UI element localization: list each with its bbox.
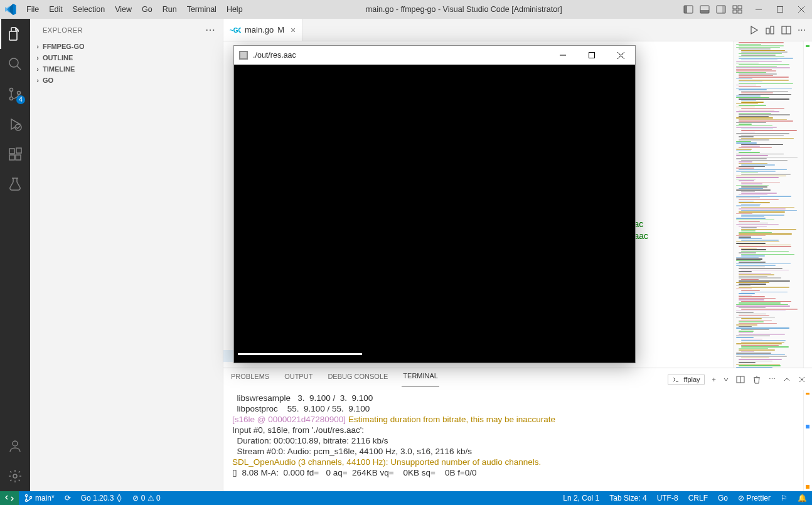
status-encoding[interactable]: UTF-8 (652, 491, 683, 505)
minimap-line (739, 221, 760, 222)
status-branch[interactable]: main* (19, 491, 60, 505)
svg-rect-8 (733, 10, 737, 13)
menu-file[interactable]: File (21, 0, 44, 19)
sidebar-section-go[interactable]: ›GO (30, 75, 223, 86)
minimap-line (739, 359, 782, 360)
panel-tab-output[interactable]: OUTPUT (283, 373, 314, 386)
editor-more-icon[interactable]: ⋯ (798, 25, 806, 35)
terminal-dropdown-icon[interactable] (724, 377, 729, 382)
minimap-line (741, 135, 784, 136)
menu-help[interactable]: Help (222, 0, 248, 19)
minimap-line (741, 301, 791, 302)
debug-alt-icon[interactable] (765, 25, 775, 35)
panel-tab-problems[interactable]: PROBLEMS (230, 373, 270, 386)
minimap-line (739, 120, 793, 122)
menu-terminal[interactable]: Terminal (182, 0, 222, 19)
status-go-version[interactable]: Go 1.20.3 (76, 491, 128, 505)
status-language[interactable]: Go (713, 491, 733, 505)
panel-tab-terminal[interactable]: TERMINAL (402, 372, 439, 386)
menu-go[interactable]: Go (137, 0, 158, 19)
minimap-line (739, 110, 774, 111)
terminal-scrollbar[interactable] (803, 390, 812, 491)
activity-run-debug-icon[interactable] (0, 109, 30, 139)
minimap-line (741, 318, 762, 319)
minimap[interactable]: spec (733, 41, 803, 368)
panel-close-icon[interactable] (798, 376, 806, 383)
status-ln-col[interactable]: Ln 2, Col 1 (558, 491, 604, 505)
minimap-line (741, 92, 773, 93)
panel-more-icon[interactable]: ⋯ (769, 375, 776, 383)
customize-layout-icon[interactable] (729, 0, 745, 19)
activity-testing-icon[interactable] (0, 169, 30, 199)
minimap-line (741, 345, 779, 346)
minimap-line (736, 336, 770, 337)
panel-tab-debug-console[interactable]: DEBUG CONSOLE (326, 373, 389, 386)
menu-run[interactable]: Run (158, 0, 182, 19)
sidebar-section-ffmpeg-go[interactable]: ›FFMPEG-GO (30, 41, 223, 52)
window-close-icon[interactable] (791, 0, 812, 19)
kill-terminal-icon[interactable] (752, 375, 761, 384)
panel-chevron-up-icon[interactable] (783, 376, 791, 383)
minimap-line (741, 249, 766, 250)
minimap-line (739, 82, 762, 83)
explorer-more-icon[interactable]: ⋯ (205, 24, 216, 36)
menu-view[interactable]: View (110, 0, 137, 19)
media-titlebar[interactable]: ./out/res.aac (234, 46, 635, 65)
split-editor-icon[interactable] (781, 25, 791, 35)
status-sync[interactable]: ⟳ (60, 491, 76, 505)
sidebar-section-outline[interactable]: ›OUTLINE (30, 52, 223, 63)
tab-main-go[interactable]: ~GO main.go M × (223, 19, 302, 41)
layout-toggle-sidebar-left-icon[interactable] (680, 0, 697, 19)
editor-scrollbar[interactable] (803, 41, 812, 368)
status-tab-size[interactable]: Tab Size: 4 (604, 491, 651, 505)
media-player-window[interactable]: ./out/res.aac (233, 45, 636, 363)
activity-settings-icon[interactable] (0, 461, 30, 491)
status-eol[interactable]: CRLF (683, 491, 713, 505)
sidebar-section-timeline[interactable]: ›TIMELINE (30, 63, 223, 75)
run-icon[interactable] (749, 25, 759, 35)
menu-selection[interactable]: Selection (68, 0, 110, 19)
window-maximize-icon[interactable] (769, 0, 791, 19)
menu-edit[interactable]: Edit (44, 0, 68, 19)
status-diagnostics[interactable]: ⊘ 0 ⚠ 0 (127, 491, 165, 505)
minimap-line (739, 262, 766, 263)
status-formatter[interactable]: ⊘ Prettier (733, 491, 776, 505)
minimap-line (736, 107, 755, 108)
minimap-line (739, 315, 769, 316)
new-terminal-icon[interactable]: + (712, 376, 716, 383)
status-notifications-icon[interactable]: 🔔 (793, 491, 812, 505)
svg-text:~GO: ~GO (230, 27, 241, 34)
terminal-task-chip[interactable]: ffplay (668, 375, 704, 385)
minimap-line (739, 277, 781, 279)
activity-bar: 4 (0, 19, 30, 491)
minimap-line (736, 260, 761, 262)
status-feedback-icon[interactable]: ⚐ (776, 491, 793, 505)
status-remote[interactable] (0, 491, 19, 505)
activity-accounts-icon[interactable] (0, 431, 30, 461)
layout-toggle-panel-icon[interactable] (697, 0, 713, 19)
minimap-line (736, 258, 762, 260)
terminal-output[interactable]: libswresample 3. 9.100 / 3. 9.100 libpos… (223, 390, 803, 491)
minimap-line (736, 179, 756, 180)
minimap-line (739, 199, 779, 200)
activity-search-icon[interactable] (0, 49, 30, 79)
activity-source-control-icon[interactable]: 4 (0, 79, 30, 109)
layout-toggle-sidebar-right-icon[interactable] (713, 0, 729, 19)
svg-rect-23 (9, 155, 14, 160)
media-maximize-icon[interactable] (577, 46, 606, 65)
svg-point-28 (13, 474, 17, 478)
media-minimize-icon[interactable] (548, 46, 577, 65)
window-minimize-icon[interactable] (748, 0, 769, 19)
minimap-line (736, 304, 788, 306)
activity-explorer-icon[interactable] (0, 19, 30, 49)
split-terminal-icon[interactable] (736, 375, 745, 384)
chevron-right-icon: › (33, 43, 43, 50)
minimap-line (736, 70, 776, 72)
minimap-line (741, 182, 780, 183)
activity-extensions-icon[interactable] (0, 139, 30, 169)
media-close-icon[interactable] (606, 46, 635, 65)
minimap-line (741, 50, 785, 51)
minimap-line (736, 317, 775, 318)
minimap-line (736, 44, 761, 45)
tab-close-icon[interactable]: × (291, 25, 296, 35)
